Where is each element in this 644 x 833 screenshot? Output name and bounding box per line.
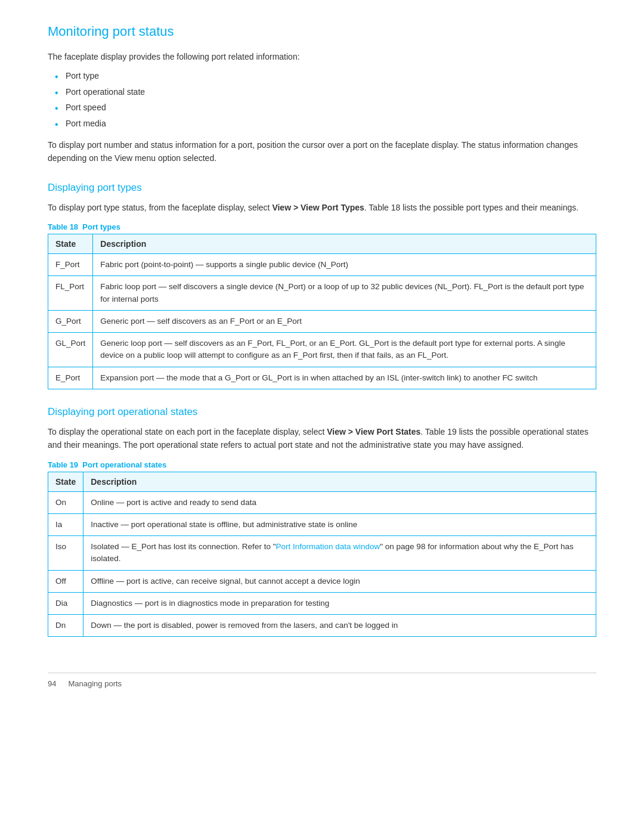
- bullet-list: Port type Port operational state Port sp…: [66, 69, 596, 130]
- table18-row5-state: E_Port: [48, 367, 93, 389]
- table19-row2-desc: Inactive — port operational state is off…: [83, 513, 596, 535]
- section2-intro-bold: View > View Port States: [327, 427, 420, 436]
- table19-row5-state: Dia: [48, 592, 83, 614]
- table19-label: Table 19 Port operational states: [48, 460, 596, 469]
- table18: State Description F_Port Fabric port (po…: [48, 234, 596, 389]
- table19-row4-state: Off: [48, 570, 83, 592]
- table-row: E_Port Expansion port — the mode that a …: [48, 367, 596, 389]
- section2-intro-text: To display the operational state on each…: [48, 427, 327, 436]
- table-row: Ia Inactive — port operational state is …: [48, 513, 596, 535]
- table-row: On Online — port is active and ready to …: [48, 491, 596, 513]
- bullet-item-1: Port type: [66, 69, 596, 82]
- cursor-text: To display port number and status inform…: [48, 138, 596, 165]
- table-row: Iso Isolated — E_Port has lost its conne…: [48, 536, 596, 571]
- table19-row3-desc: Isolated — E_Port has lost its connectio…: [83, 536, 596, 571]
- footer-page-number: 94: [48, 679, 56, 688]
- table19-row1-desc: Online — port is active and ready to sen…: [83, 491, 596, 513]
- table19-number: 19: [70, 460, 78, 469]
- section1-title: Displaying port types: [48, 182, 596, 194]
- table18-row2-desc: Fabric loop port — self discovers a sing…: [93, 276, 596, 311]
- table-row: Off Offline — port is active, can receiv…: [48, 570, 596, 592]
- section1-intro-end: . Table 18 lists the possible port types…: [364, 203, 578, 212]
- table19-row3-desc-before: Isolated — E_Port has lost its connectio…: [91, 542, 275, 551]
- page-title: Monitoring port status: [48, 24, 596, 39]
- table18-row4-desc: Generic loop port — self discovers as an…: [93, 333, 596, 367]
- table19: State Description On Online — port is ac…: [48, 472, 596, 637]
- table-row: Dia Diagnostics — port is in diagnostics…: [48, 592, 596, 614]
- table18-header-row: State Description: [48, 234, 596, 254]
- section1-intro-bold: View > View Port Types: [272, 203, 364, 212]
- table19-label-word: Table: [48, 460, 67, 469]
- table19-row6-state: Dn: [48, 615, 83, 637]
- table18-col-description: Description: [93, 234, 596, 254]
- table18-label-word: Table: [48, 222, 67, 231]
- section2-intro: To display the operational state on each…: [48, 425, 596, 452]
- table19-row6-desc: Down — the port is disabled, power is re…: [83, 615, 596, 637]
- footer-section: Managing ports: [68, 679, 122, 688]
- table18-label: Table 18 Port types: [48, 222, 596, 231]
- table-row: G_Port Generic port — self discovers as …: [48, 310, 596, 332]
- table19-col-state: State: [48, 472, 83, 491]
- table19-desc: Port operational states: [82, 460, 166, 469]
- table18-desc: Port types: [82, 222, 120, 231]
- table19-col-description: Description: [83, 472, 596, 491]
- table-row: Dn Down — the port is disabled, power is…: [48, 615, 596, 637]
- page-footer: 94 Managing ports: [48, 673, 596, 688]
- table19-row2-state: Ia: [48, 513, 83, 535]
- table-row: GL_Port Generic loop port — self discove…: [48, 333, 596, 367]
- table18-row2-state: FL_Port: [48, 276, 93, 311]
- table19-row4-desc: Offline — port is active, can receive si…: [83, 570, 596, 592]
- table18-row4-state: GL_Port: [48, 333, 93, 367]
- table19-header-row: State Description: [48, 472, 596, 491]
- intro-paragraph: The faceplate display provides the follo…: [48, 50, 596, 63]
- page-container: Monitoring port status The faceplate dis…: [0, 0, 644, 724]
- table18-row3-state: G_Port: [48, 310, 93, 332]
- table18-row5-desc: Expansion port — the mode that a G_Port …: [93, 367, 596, 389]
- bullet-item-3: Port speed: [66, 101, 596, 114]
- bullet-item-4: Port media: [66, 117, 596, 130]
- table19-row3-state: Iso: [48, 536, 83, 571]
- section1-intro: To display port type status, from the fa…: [48, 201, 596, 214]
- table19-row5-desc: Diagnostics — port is in diagnostics mod…: [83, 592, 596, 614]
- table18-number: 18: [70, 222, 78, 231]
- bullet-item-2: Port operational state: [66, 85, 596, 98]
- table18-col-state: State: [48, 234, 93, 254]
- section2-title: Displaying port operational states: [48, 406, 596, 418]
- table18-row3-desc: Generic port — self discovers as an F_Po…: [93, 310, 596, 332]
- table-row: FL_Port Fabric loop port — self discover…: [48, 276, 596, 311]
- table-row: F_Port Fabric port (point-to-point) — su…: [48, 254, 596, 276]
- table18-row1-desc: Fabric port (point-to-point) — supports …: [93, 254, 596, 276]
- table18-row1-state: F_Port: [48, 254, 93, 276]
- section1-intro-text: To display port type status, from the fa…: [48, 203, 272, 212]
- table19-row1-state: On: [48, 491, 83, 513]
- port-information-link[interactable]: Port Information data window: [275, 542, 380, 551]
